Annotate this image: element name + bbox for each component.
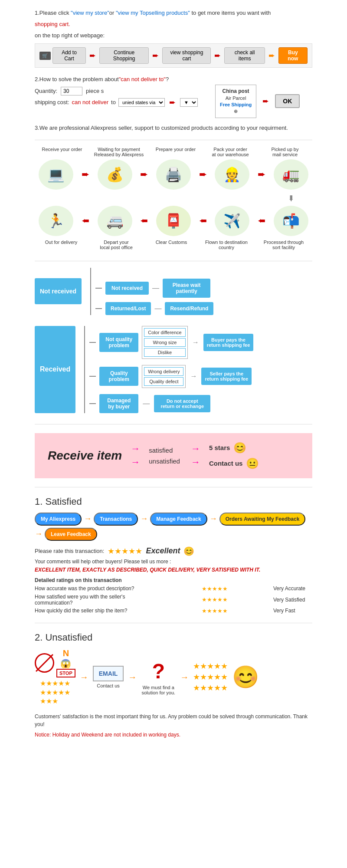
check-items-btn[interactable]: check all items: [224, 47, 265, 64]
footer-text: Customers' satisfaction is the most impo…: [35, 713, 312, 728]
process-icon-1: 💻: [39, 159, 73, 190]
section1-text: 1.Please click "view my store"or "view m…: [35, 9, 312, 18]
step-arrow2: →: [140, 514, 148, 523]
color-diff: Color difference: [144, 328, 185, 337]
unsat-stars-1: ★★★★★★★★★★★★★: [40, 679, 70, 706]
damaged-box: Damagedby buyer: [99, 394, 138, 413]
unsatisfied-label: unsatisfied: [149, 457, 180, 465]
manage-feedback-btn[interactable]: Manage Feedback: [150, 513, 207, 526]
cart-icon: 🛒: [39, 52, 51, 60]
step-label-3: Prepare your order: [152, 147, 200, 157]
detail-row-2: How satisfied were you with the seller's…: [35, 594, 312, 606]
divider4: [35, 487, 312, 487]
process-icon-4: 👷: [215, 159, 249, 190]
divider3: [35, 424, 312, 424]
section3-text: 3.We are professional Aliexpress seller,…: [35, 125, 312, 131]
shipping-select[interactable]: unied states via: [118, 98, 165, 107]
divider2: [35, 261, 312, 261]
big-smiley: 😊: [232, 664, 259, 690]
process-icon-5: 🚛: [274, 159, 308, 190]
proc-arrow1: ➨: [82, 169, 89, 180]
step-label-6: Out for delivery: [39, 240, 83, 250]
pink-section: Receive item → → satisfied unsatisfied →…: [35, 433, 312, 478]
rating-row: Please rate this transaction: ★★★★★ Exce…: [35, 546, 312, 556]
proc-arrow7: ➨: [199, 215, 207, 227]
china-post-arrow: ➨: [262, 96, 269, 106]
solution-label: We must find a solution for you.: [141, 685, 176, 695]
unsat-arrow3: →: [180, 672, 189, 682]
process-icon-3: 🖨️: [156, 159, 191, 190]
section2: 2.How to solve the problem about"can not…: [35, 74, 312, 118]
vert-arrow: ➨: [286, 194, 297, 202]
proc-arrow4: ➨: [258, 169, 265, 180]
pink-arrow4: →: [191, 457, 200, 468]
seller-pays: Seller pays thereturn shipping fee: [201, 368, 252, 385]
arrow2: ➨: [152, 51, 159, 60]
orders-awaiting-btn[interactable]: Orders Awaiting My Feedback: [219, 513, 306, 526]
step-arrow4: →: [35, 529, 43, 539]
section1-right: on the top right of webpage:: [35, 31, 312, 40]
divider1: [35, 140, 312, 140]
pink-arrow1: →: [131, 443, 140, 454]
proc-arrow5: ➨: [82, 215, 89, 227]
wrong-delivery: Wrong delivery: [144, 367, 183, 376]
quality-defect: Quality defect: [144, 377, 183, 386]
no-return: Do not acceptreturn or exchange: [154, 395, 210, 412]
five-stars-label: 5 stars: [209, 444, 230, 451]
not-received-result1: Please waitpatiently: [163, 279, 210, 298]
detail-row-3: How quickly did the seller ship the item…: [35, 608, 312, 614]
process-icon-6: 🏃: [39, 206, 73, 236]
unsat-arrow2: →: [128, 672, 137, 682]
unsatisfied-title: 2. Unsatisfied: [35, 632, 312, 643]
transactions-btn[interactable]: Transactions: [94, 513, 138, 526]
no-sign: [35, 653, 54, 673]
process-icon-2: 💰: [98, 159, 132, 190]
satisfied-title: 1. Satisfied: [35, 496, 312, 507]
step-label-10: Processed throughsort facility: [260, 240, 308, 250]
happy-emoji: 😊: [233, 442, 246, 454]
view-cart-btn[interactable]: view shopping cart: [162, 47, 211, 64]
pink-arrow3: →: [191, 443, 200, 454]
ok-button[interactable]: OK: [275, 94, 300, 108]
add-to-cart-btn[interactable]: Add to Cart: [52, 47, 86, 64]
detailed-title: Detailed ratings on this transaction: [35, 577, 312, 583]
stop-sign: STOP: [56, 669, 75, 677]
process-section: Receive your order Waiting for paymentRe…: [35, 147, 312, 250]
section1: 1.Please click "view my store"or "view m…: [35, 9, 312, 68]
process-icon-8: 📮: [156, 206, 191, 236]
unsat-stars-row1: ★★★★★: [193, 661, 228, 671]
contact-label: Contact us: [97, 683, 120, 688]
excellent-emoji: 😊: [183, 546, 194, 556]
step-arrow1: →: [84, 514, 92, 523]
receive-item-title: Receive item: [48, 449, 122, 463]
comments-text: Your comments will help other buyers! Pl…: [35, 559, 312, 565]
section3: 3.We are professional Aliexpress seller,…: [35, 125, 312, 131]
rating-stars: ★★★★★: [108, 546, 142, 556]
quantity-row: Quantity: piece s: [35, 87, 198, 95]
email-box: EMAIL: [93, 666, 124, 681]
proc-arrow2: ➨: [140, 169, 148, 180]
wrong-size: Wrong size: [144, 338, 185, 347]
process-icon-10: 📬: [274, 206, 308, 236]
not-received-main: Not received: [35, 278, 82, 304]
quantity-input[interactable]: [61, 87, 82, 95]
shipping-select2[interactable]: ▼: [180, 98, 198, 107]
arrow4: ➨: [268, 51, 275, 60]
excellent-label: Excellent: [146, 546, 180, 556]
buy-now-btn[interactable]: Buy now: [278, 47, 308, 64]
my-aliexpress-btn[interactable]: My Aliexpress: [35, 513, 82, 526]
detail-row-1: How accurate was the product description…: [35, 585, 312, 592]
not-quality-box: Not qualityproblem: [99, 333, 138, 352]
review-text: EXCELLENT ITEM, EXACTLY AS DESCRIBED, QU…: [35, 567, 312, 573]
step-label-9: Flown to destinationcountry: [203, 240, 250, 250]
leave-feedback-btn[interactable]: Leave Feedback: [45, 528, 97, 541]
shipping-row: shipping cost:can not deliver to unied s…: [35, 98, 198, 107]
step-label-8: Clear Customs: [150, 240, 193, 250]
section1-shopping: shopping cart.: [35, 20, 312, 29]
unsat-stars-row2: ★★★★★: [193, 672, 228, 682]
continue-shopping-btn[interactable]: Continue Shopping: [99, 47, 149, 64]
pink-arrow2: →: [131, 457, 140, 468]
rate-label: Please rate this transaction:: [35, 548, 104, 554]
unsat-arrow1: →: [80, 672, 88, 682]
quality-problem-box: Qualityproblem: [99, 367, 138, 386]
